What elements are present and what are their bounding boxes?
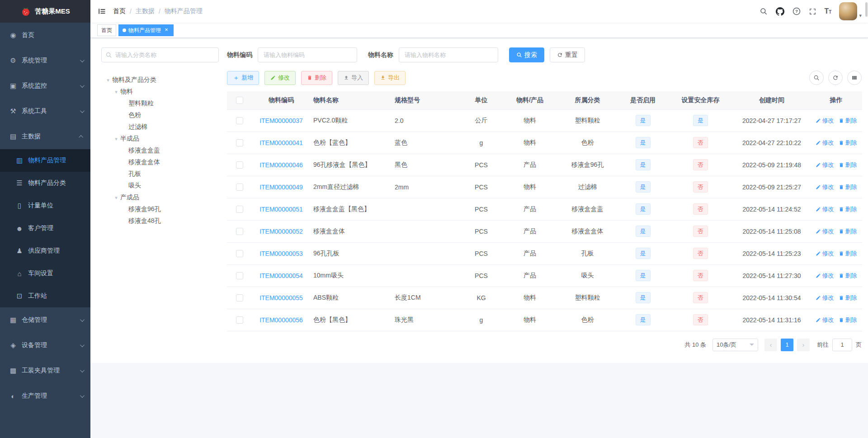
row-delete-button[interactable]: 删除 bbox=[839, 272, 857, 280]
search-icon[interactable] bbox=[755, 0, 772, 23]
toggle-search-button[interactable] bbox=[809, 71, 824, 85]
table-row[interactable]: ITEM00000054 10mm吸头 PCS 产品 吸头 是 否 2022-0… bbox=[227, 264, 862, 287]
row-checkbox[interactable] bbox=[236, 206, 243, 213]
help-icon[interactable]: ? bbox=[788, 0, 805, 23]
tree-node[interactable]: ▾ 塑料颗粒 bbox=[101, 98, 219, 109]
item-code-link[interactable]: ITEM00000052 bbox=[259, 228, 303, 235]
item-code-link[interactable]: ITEM00000046 bbox=[259, 161, 303, 169]
table-row[interactable]: ITEM00000055 ABS颗粒 长度1CM KG 物料 塑料颗粒 是 否 … bbox=[227, 287, 862, 309]
tree-expand-icon[interactable]: ▾ bbox=[112, 195, 120, 201]
refresh-button[interactable] bbox=[828, 71, 843, 85]
table-row[interactable]: ITEM00000049 2mm直径过滤棉 2mm PCS 物料 过滤棉 是 否… bbox=[227, 176, 862, 198]
row-edit-button[interactable]: 修改 bbox=[816, 294, 834, 302]
row-delete-button[interactable]: 删除 bbox=[839, 250, 857, 258]
tree-node[interactable]: ▾ 半成品 bbox=[101, 133, 219, 145]
sidebar-item[interactable]: ▥ 物料产品管理 bbox=[0, 149, 90, 172]
font-size-icon[interactable]: TT bbox=[821, 0, 836, 23]
goto-page-input[interactable] bbox=[832, 339, 852, 351]
row-edit-button[interactable]: 修改 bbox=[816, 227, 834, 235]
tree-node[interactable]: ▾ 孔板 bbox=[101, 168, 219, 180]
row-delete-button[interactable]: 删除 bbox=[839, 227, 857, 235]
item-code-link[interactable]: ITEM00000055 bbox=[259, 294, 303, 301]
row-edit-button[interactable]: 修改 bbox=[816, 250, 834, 258]
tree-node[interactable]: ▾ 物料及产品分类 bbox=[101, 74, 219, 86]
row-delete-button[interactable]: 删除 bbox=[839, 117, 857, 125]
reset-button[interactable]: 重置 bbox=[550, 47, 585, 62]
row-delete-button[interactable]: 删除 bbox=[839, 316, 857, 324]
table-row[interactable]: ITEM00000053 96孔孔板 PCS 产品 孔板 是 否 2022-05… bbox=[227, 242, 862, 264]
row-checkbox[interactable] bbox=[236, 161, 243, 169]
select-all-checkbox[interactable] bbox=[236, 97, 243, 104]
tree-node[interactable]: ▾ 移液盒盒体 bbox=[101, 156, 219, 168]
import-button[interactable]: 导入 bbox=[338, 71, 369, 85]
table-row[interactable]: ITEM00000041 色粉【蓝色】 蓝色 g 物料 色粉 是 否 2022-… bbox=[227, 132, 862, 154]
table-row[interactable]: ITEM00000046 96孔移液盒【黑色】 黑色 PCS 产品 移液盒96孔… bbox=[227, 154, 862, 176]
row-checkbox[interactable] bbox=[236, 294, 243, 301]
next-page-button[interactable]: › bbox=[797, 339, 810, 351]
sidebar-item[interactable]: ⊡ 工作站 bbox=[0, 285, 90, 307]
row-edit-button[interactable]: 修改 bbox=[816, 139, 834, 147]
sidebar-item[interactable]: ⌂ 车间设置 bbox=[0, 262, 90, 285]
table-row[interactable]: ITEM00000056 色粉【黑色】 珠光黑 g 物料 色粉 是 否 2022… bbox=[227, 309, 862, 331]
row-checkbox[interactable] bbox=[236, 272, 243, 279]
tree-node[interactable]: ▾ 移液盒96孔 bbox=[101, 203, 219, 215]
sidebar-item[interactable]: ☰ 物料产品分类 bbox=[0, 172, 90, 194]
tree-node[interactable]: ▾ 移液盒48孔 bbox=[101, 215, 219, 227]
row-checkbox[interactable] bbox=[236, 139, 243, 146]
tree-expand-icon[interactable]: ▾ bbox=[112, 136, 120, 142]
item-code-link[interactable]: ITEM00000041 bbox=[259, 139, 303, 146]
sidebar-item[interactable]: ♟ 供应商管理 bbox=[0, 240, 90, 262]
row-checkbox[interactable] bbox=[236, 184, 243, 191]
item-code-link[interactable]: ITEM00000054 bbox=[259, 272, 303, 279]
prev-page-button[interactable]: ‹ bbox=[764, 339, 777, 351]
user-menu[interactable]: ▾ bbox=[839, 2, 862, 20]
item-code-link[interactable]: ITEM00000056 bbox=[259, 316, 303, 324]
fullscreen-icon[interactable] bbox=[805, 0, 821, 23]
row-edit-button[interactable]: 修改 bbox=[816, 183, 834, 191]
row-edit-button[interactable]: 修改 bbox=[816, 316, 834, 324]
tree-node[interactable]: ▾ 吸头 bbox=[101, 180, 219, 192]
hamburger-icon[interactable] bbox=[90, 0, 113, 23]
github-icon[interactable] bbox=[772, 0, 788, 23]
row-checkbox[interactable] bbox=[236, 228, 243, 235]
sidebar-item[interactable]: ⚒ 系统工具 bbox=[0, 99, 90, 124]
sidebar-item[interactable]: ⚙ 系统管理 bbox=[0, 48, 90, 73]
avatar[interactable] bbox=[839, 2, 857, 20]
item-code-link[interactable]: ITEM00000051 bbox=[259, 206, 303, 213]
code-filter-input[interactable] bbox=[258, 47, 357, 62]
sidebar-item[interactable]: ▣ 系统监控 bbox=[0, 73, 90, 99]
sidebar-item[interactable]: ▤ 主数据 bbox=[0, 124, 90, 149]
row-delete-button[interactable]: 删除 bbox=[839, 294, 857, 302]
item-code-link[interactable]: ITEM00000049 bbox=[259, 184, 303, 191]
add-button[interactable]: ＋新增 bbox=[227, 71, 259, 85]
row-checkbox[interactable] bbox=[236, 316, 243, 324]
sidebar-item[interactable]: ☻ 客户管理 bbox=[0, 217, 90, 240]
close-icon[interactable]: × bbox=[163, 27, 170, 33]
row-edit-button[interactable]: 修改 bbox=[816, 272, 834, 280]
search-button[interactable]: 搜索 bbox=[509, 47, 544, 62]
page-size-select[interactable]: 10条/页 bbox=[712, 339, 758, 351]
table-row[interactable]: ITEM00000052 移液盒盒体 PCS 产品 移液盒盒体 是 否 2022… bbox=[227, 220, 862, 242]
columns-toggle-button[interactable] bbox=[847, 71, 862, 85]
table-row[interactable]: ITEM00000037 PVC2.0颗粒 2.0 公斤 物料 塑料颗粒 是 是… bbox=[227, 109, 862, 132]
sidebar-item[interactable]: ▦ 仓储管理 bbox=[0, 307, 90, 333]
row-checkbox[interactable] bbox=[236, 117, 243, 124]
tree-node[interactable]: ▾ 移液盒盒盖 bbox=[101, 145, 219, 156]
tree-node[interactable]: ▾ 过滤棉 bbox=[101, 121, 219, 133]
scrollbar[interactable] bbox=[865, 2, 868, 17]
edit-button[interactable]: 修改 bbox=[264, 71, 296, 85]
row-edit-button[interactable]: 修改 bbox=[816, 117, 834, 125]
tree-node[interactable]: ▾ 产成品 bbox=[101, 192, 219, 203]
row-delete-button[interactable]: 删除 bbox=[839, 139, 857, 147]
page-number-button[interactable]: 1 bbox=[781, 339, 793, 351]
item-code-link[interactable]: ITEM00000037 bbox=[259, 117, 303, 124]
row-delete-button[interactable]: 删除 bbox=[839, 183, 857, 191]
app-logo[interactable]: 苦糖果MES bbox=[0, 0, 90, 23]
row-delete-button[interactable]: 删除 bbox=[839, 205, 857, 213]
row-edit-button[interactable]: 修改 bbox=[816, 161, 834, 169]
tree-node[interactable]: ▾ 色粉 bbox=[101, 109, 219, 121]
row-delete-button[interactable]: 删除 bbox=[839, 161, 857, 169]
tab-material-product-management[interactable]: 物料产品管理 × bbox=[118, 24, 174, 36]
sidebar-item[interactable]: ◈ 设备管理 bbox=[0, 333, 90, 358]
delete-button[interactable]: 删除 bbox=[301, 71, 332, 85]
